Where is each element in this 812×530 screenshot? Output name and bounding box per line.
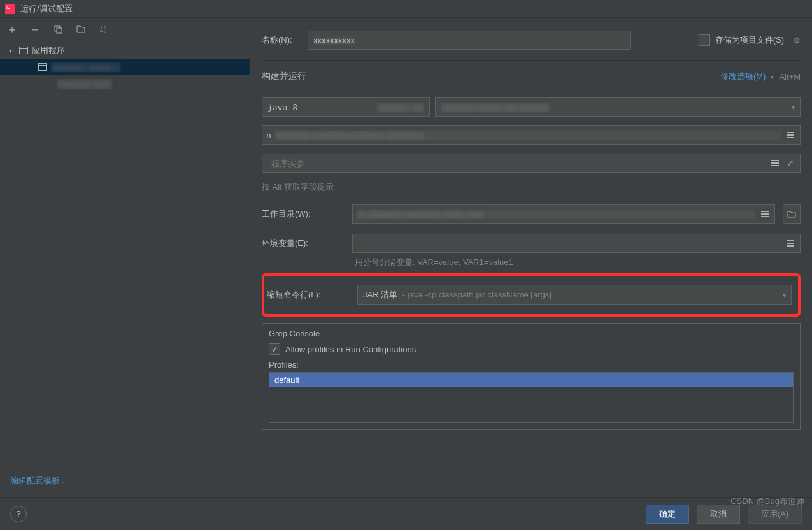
svg-rect-13 — [787, 240, 794, 241]
folder-icon[interactable] — [783, 204, 801, 224]
save-button[interactable] — [74, 22, 88, 36]
name-row: 名称(N): 存储为项目文件(S) ⚙ — [262, 31, 801, 50]
app-icon — [5, 4, 15, 14]
svg-text:z: z — [104, 29, 106, 34]
config-toolbar: ＋ － az — [0, 18, 250, 41]
svg-rect-5 — [787, 134, 794, 136]
chevron-down-icon: ▾ — [792, 104, 795, 111]
chevron-down-icon: ▾ — [771, 73, 774, 80]
application-icon — [38, 63, 47, 71]
svg-rect-12 — [761, 216, 769, 217]
application-group-icon — [19, 47, 28, 54]
svg-rect-8 — [771, 162, 779, 164]
allow-profiles-checkbox[interactable] — [269, 343, 280, 355]
list-icon[interactable] — [769, 157, 781, 169]
workdir-input-wrap: xx xxxxxxxx xxxxxxxxx xxxxx xxxx — [352, 204, 775, 224]
grep-console-legend: Grep Console — [269, 329, 794, 338]
workdir-obscured: xx xxxxxxxx xxxxxxxxx xxxxx xxxx — [357, 210, 755, 219]
sidebar: ＋ － az ▾ 应用程序 xxxxxxxx xxxxxx x — [0, 18, 250, 497]
env-input[interactable] — [357, 234, 781, 252]
svg-rect-6 — [787, 137, 794, 138]
tree-node-config-name: xxxxxxxx xxxxxx x — [51, 62, 120, 72]
shorten-hint: - java -cp classpath.jar className [args… — [402, 290, 552, 299]
profile-item-default[interactable]: default — [269, 373, 793, 387]
list-icon[interactable] — [759, 208, 771, 220]
help-button[interactable]: ? — [10, 506, 27, 522]
apply-button[interactable]: 应用(A) — [748, 505, 802, 524]
svg-rect-1 — [57, 28, 62, 33]
tree-node-label: 应用程序 — [32, 45, 65, 56]
jdk-select[interactable]: java 8 xxxxxx xx — [262, 97, 430, 117]
svg-text:a: a — [104, 25, 106, 29]
env-hint: 用分号分隔变量: VAR=value; VAR1=value1 — [355, 257, 801, 268]
svg-rect-9 — [771, 165, 779, 166]
svg-rect-4 — [787, 132, 794, 133]
env-row: 环境变量(E): — [262, 234, 801, 253]
modify-options-group: 修改选项(M) ▾ Alt+M — [720, 71, 801, 82]
program-args-row: ⤢ — [262, 154, 801, 173]
window-title: 运行/调试配置 — [20, 3, 73, 15]
list-icon[interactable] — [785, 238, 796, 249]
sidebar-footer: 编辑配置模板... — [0, 470, 250, 497]
list-icon[interactable] — [785, 129, 796, 141]
gear-icon[interactable]: ⚙ — [793, 36, 801, 45]
tree-node-obscured: xxxxxxxx xxxx — [0, 75, 250, 92]
jdk-value: java 8 — [267, 103, 297, 112]
workdir-label: 工作目录(W): — [262, 208, 345, 220]
shorten-cmdline-select[interactable]: JAR 清单 - java -cp classpath.jar classNam… — [357, 285, 792, 305]
svg-rect-11 — [761, 213, 769, 215]
config-content: 名称(N): 存储为项目文件(S) ⚙ 构建并运行 修改选项(M) ▾ Alt+… — [250, 18, 812, 497]
chevron-down-icon: ▾ — [9, 47, 15, 54]
alt-hint: 按 Alt 获取字段提示 — [262, 182, 801, 193]
titlebar: 运行/调试配置 — [0, 0, 812, 18]
edit-templates-link[interactable]: 编辑配置模板... — [10, 476, 67, 485]
modify-options-link[interactable]: 修改选项(M) — [720, 71, 766, 82]
remove-button[interactable]: － — [28, 22, 42, 36]
ok-button[interactable]: 确定 — [646, 505, 689, 524]
main-class-prefix: n — [266, 131, 271, 140]
main-class-obscured: xxxxxxxx xxxxxxxxx xxxxxxxx xxxxxxxxx — [275, 131, 781, 140]
svg-rect-10 — [761, 211, 769, 212]
main-class-input-wrap: n xxxxxxxx xxxxxxxxx xxxxxxxx xxxxxxxxx — [262, 125, 801, 145]
tree-node-applications[interactable]: ▾ 应用程序 — [0, 42, 250, 59]
allow-profiles-label: Allow profiles in Run Configurations — [285, 345, 416, 354]
shorten-label: 缩短命令行(L): — [267, 289, 350, 301]
button-group: 确定 取消 应用(A) — [646, 505, 802, 524]
name-input[interactable] — [308, 31, 631, 50]
name-label: 名称(N): — [262, 34, 300, 46]
svg-rect-7 — [771, 160, 779, 161]
svg-rect-15 — [787, 245, 794, 247]
tree-node-obscured-label: xxxxxxxx xxxx — [57, 79, 112, 89]
modify-shortcut: Alt+M — [779, 72, 801, 82]
jdk-module-row: java 8 xxxxxx xx xxxxxxxx xxxxxx xxx xxx… — [262, 97, 801, 117]
copy-button[interactable] — [51, 22, 65, 36]
grep-console-fieldset: Grep Console Allow profiles in Run Confi… — [262, 323, 801, 430]
divider — [262, 60, 801, 61]
tree-node-run-config[interactable]: xxxxxxxx xxxxxx x — [0, 59, 250, 75]
profiles-label: Profiles: — [269, 360, 794, 369]
program-args-input[interactable] — [266, 154, 766, 172]
shorten-cmdline-highlight: 缩短命令行(L): JAR 清单 - java -cp classpath.ja… — [262, 273, 801, 317]
svg-rect-14 — [787, 243, 794, 244]
store-as-file-checkbox[interactable] — [699, 34, 710, 46]
module-select[interactable]: xxxxxxxx xxxxxx xxx xxxxxxx ▾ — [435, 97, 801, 117]
env-label: 环境变量(E): — [262, 238, 345, 249]
build-run-title: 构建并运行 — [262, 71, 306, 82]
add-button[interactable]: ＋ — [5, 22, 19, 36]
module-obscured: xxxxxxxx xxxxxx xxx xxxxxxx — [441, 103, 550, 112]
cancel-button[interactable]: 取消 — [697, 505, 740, 524]
expand-icon[interactable]: ⤢ — [785, 157, 796, 169]
config-tree: ▾ 应用程序 xxxxxxxx xxxxxx x xxxxxxxx xxxx — [0, 41, 250, 470]
env-input-wrap — [352, 234, 801, 253]
sort-button[interactable]: az — [97, 22, 111, 36]
chevron-down-icon: ▾ — [783, 292, 786, 299]
shorten-value: JAR 清单 — [363, 290, 397, 299]
jdk-obscured: xxxxxx xx — [377, 103, 424, 112]
profiles-list[interactable]: default — [269, 372, 794, 423]
store-as-file-label: 存储为项目文件(S) — [715, 34, 784, 46]
main-body: ＋ － az ▾ 应用程序 xxxxxxxx xxxxxx x — [0, 18, 812, 497]
dialog-button-bar: ? 确定 取消 应用(A) — [0, 497, 812, 530]
main-class-row: n xxxxxxxx xxxxxxxxx xxxxxxxx xxxxxxxxx — [262, 125, 801, 145]
program-args-wrap: ⤢ — [262, 154, 801, 173]
build-run-header: 构建并运行 修改选项(M) ▾ Alt+M — [262, 71, 801, 89]
